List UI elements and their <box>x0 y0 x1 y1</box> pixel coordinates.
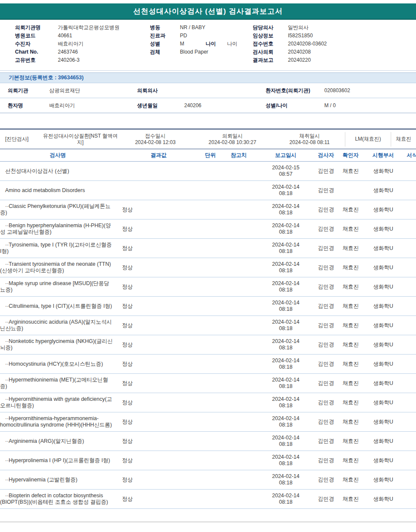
report-datetime: 2024-02-14 08:18 <box>258 242 314 255</box>
result-row: ··Hypermethioninemia (MET)(고메티오닌혈증) 정상 2… <box>0 374 416 393</box>
info-label: 접수번호 <box>253 40 288 48</box>
basic-label-1: 의뢰기관 <box>8 87 49 94</box>
order-type: [진단검사] <box>0 136 41 142</box>
result-value: 정상 <box>116 476 201 484</box>
patient-info-left-column: 의뢰기관명 가톨릭대학교은평성모병원 병원코드 40661 수진자 배효리아기 … <box>0 24 150 64</box>
tester-name: 김민경 <box>314 264 338 271</box>
order-request: 의뢰일시 2024-02-08 10:30:27 <box>191 133 274 146</box>
result-value: 정상 <box>116 322 201 329</box>
report-title: 선천성대사이상검사 (선별) 검사결과보고서 <box>133 6 283 16</box>
info-value: Blood Paper <box>180 48 206 56</box>
confirmer-name: 채효진 <box>338 168 363 175</box>
collect-time-label: 채취일시 <box>274 133 345 139</box>
report-datetime-text: 2024-02-14 08:18 <box>268 280 303 293</box>
basic-label-3: 환자번호(의뢰기관) <box>266 87 324 94</box>
confirmer-name: 채효진 <box>338 303 363 310</box>
basic-value-1: 배효리아기 <box>49 102 137 109</box>
report-datetime-text: 2024-02-14 08:18 <box>268 435 303 448</box>
result-row: ··Maple syrup urine disease [MSUD](단풍당뇨증… <box>0 277 416 297</box>
report-datetime-text: 2024-02-14 08:18 <box>268 415 303 428</box>
info-label: 수진자 <box>15 40 58 48</box>
result-row: ··Argininosuccinic aciduria (ASA)(알지노석시닌… <box>0 316 416 335</box>
patient-info-header: 의뢰기관명 가톨릭대학교은평성모병원 병원코드 40661 수진자 배효리아기 … <box>0 20 416 64</box>
report-datetime: 2024-02-15 08:57 <box>258 165 314 177</box>
info-value: 배효리아기 <box>58 40 84 48</box>
info-value-2: 나이 <box>227 40 237 48</box>
confirmer-name: 채효진 <box>338 418 363 426</box>
result-value: 정상 <box>116 418 201 426</box>
confirmer-name: 채효진 <box>338 361 363 368</box>
request-time-label: 의뢰일시 <box>191 133 274 139</box>
tester-name: 김민경 <box>314 322 338 329</box>
tester-name: 김민경 <box>314 361 338 368</box>
order-receipt: 접수일시 2024-02-08 12:03 <box>120 133 191 146</box>
tester-name: 김민경 <box>314 341 338 349</box>
report-datetime-text: 2024-02-14 08:18 <box>268 261 303 274</box>
info-value: 가톨릭대학교은평성모병원 <box>58 24 120 32</box>
report-datetime: 2024-02-14 08:18 <box>258 435 314 448</box>
info-label: 의뢰기관명 <box>15 24 58 32</box>
basic-info-row: 환자명 배효리아기 생년월일 240206 성별/나이 M / 0 <box>0 98 416 113</box>
results-header-row: 검사명 결과값 단위 참고치 보고일시 검사자 확인자 시행부서 서식 <box>0 149 416 162</box>
header-form: 서식 <box>404 152 416 159</box>
test-name: 선천성대사이상검사 (선별) <box>0 168 116 174</box>
department-name: 생화학U <box>363 206 404 213</box>
tester-name: 김민경 <box>314 399 338 406</box>
test-name: ··Argininosuccinic aciduria (ASA)(알지노석시닌… <box>0 319 116 332</box>
result-row: ··Classic Phenylketonuria (PKU)(페닐케톤뇨증) … <box>0 200 416 219</box>
basic-info-row: 의뢰기관 삼광의료재단 의뢰의사 환자번호(의뢰기관) 020803602 <box>0 83 416 98</box>
basic-label-2: 의뢰의사 <box>137 87 184 94</box>
tester-name: 김민경 <box>314 380 338 387</box>
collect-time-value: 2024-02-08 08:11 <box>274 139 345 146</box>
report-datetime-text: 2024-02-14 08:18 <box>268 338 303 351</box>
result-row: ··Biopterin defect in cofactor biosynthe… <box>0 490 416 509</box>
tester-name: 김민경 <box>314 168 338 175</box>
test-name: ··Maple syrup urine disease [MSUD](단풍당뇨증… <box>0 280 116 293</box>
info-label-2 <box>206 32 227 40</box>
patient-info-right-column: 담당의사 일반의사 임상정보 I582S1850 접수번호 20240208-0… <box>253 24 416 64</box>
basic-label-1: 환자명 <box>8 102 49 109</box>
result-value: 정상 <box>116 283 201 291</box>
department-name: 생화학U <box>363 322 404 329</box>
request-time-value: 2024-02-08 10:30:27 <box>191 139 274 146</box>
test-name: ··Classic Phenylketonuria (PKU)(페닐케톤뇨증) <box>0 203 116 216</box>
order-collector-2: 채효진 <box>391 132 416 147</box>
result-row: ··Hyperprolinemia I (HP I)(고프롤린혈증 I형) 정상… <box>0 451 416 470</box>
basic-label-3: 성별/나이 <box>266 102 324 109</box>
result-row: ··Transient tyrosinemia of the neonate (… <box>0 258 416 277</box>
results-table-body: 선천성대사이상검사 (선별) 2024-02-15 08:57 김민경 채효진 … <box>0 162 416 509</box>
confirmer-name: 채효진 <box>338 399 363 406</box>
order-strip: [진단검사] 유전성대사이상질환[NST 혈액여지] 접수일시 2024-02-… <box>0 129 416 149</box>
confirmer-name: 채효진 <box>338 457 363 464</box>
report-datetime-text: 2024-02-14 08:18 <box>268 184 303 197</box>
receipt-time-value: 2024-02-08 12:03 <box>120 139 191 146</box>
info-pair: 결과보고 20240220 <box>253 56 416 64</box>
order-collector: LM(채효진) <box>345 132 391 147</box>
order-collect: 채취일시 2024-02-08 08:11 <box>274 133 345 146</box>
report-datetime: 2024-02-14 08:18 <box>258 338 314 351</box>
confirmer-name: 채효진 <box>338 264 363 271</box>
info-pair: 의뢰기관명 가톨릭대학교은평성모병원 <box>15 24 150 32</box>
test-name: ··Biopterin defect in cofactor biosynthe… <box>0 493 116 505</box>
info-label: 고유번호 <box>15 56 58 64</box>
info-pair: 병동 NR / BABY <box>150 24 253 32</box>
test-name: ··Argininemia (ARG)(알지닌혈증) <box>0 438 116 445</box>
department-name: 생화학U <box>363 496 404 503</box>
report-datetime: 2024-02-14 08:18 <box>258 358 314 370</box>
result-value: 정상 <box>116 206 201 213</box>
test-name: ··Hyperornithinemia with gyrate deficien… <box>0 396 116 409</box>
report-datetime: 2024-02-14 08:18 <box>258 203 314 216</box>
result-row: ··Hyperornithinemia-hyperammonemia-homoc… <box>0 412 416 432</box>
report-datetime-text: 2024-02-15 08:57 <box>268 165 303 177</box>
basic-value-2: 240206 <box>184 102 266 108</box>
section-divider <box>0 70 416 71</box>
department-name: 생화학U <box>363 457 404 464</box>
result-row: ··Hypervalinemia (고발린혈증) 정상 2024-02-14 0… <box>0 470 416 490</box>
bottom-divider <box>0 522 416 522</box>
department-name: 생화학U <box>363 438 404 445</box>
confirmer-name: 채효진 <box>338 380 363 387</box>
info-value: 240206-3 <box>58 56 80 64</box>
report-datetime: 2024-02-14 08:18 <box>258 222 314 235</box>
report-datetime-text: 2024-02-14 08:18 <box>268 396 303 409</box>
info-value: NR / BABY <box>180 24 206 32</box>
